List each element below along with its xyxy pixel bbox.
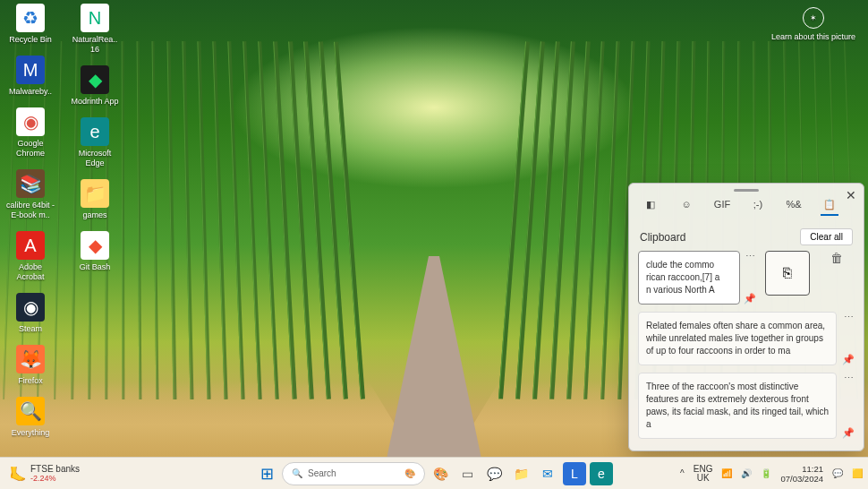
malwarebytes-icon: M bbox=[16, 56, 45, 84]
taskbar: 🦶 FTSE banks -2.24% ⊞🔍Search🎨🎨▭💬📁✉Le ^ E… bbox=[0, 457, 868, 489]
taskbar-chat[interactable]: 💬 bbox=[482, 462, 506, 485]
icon-label: calibre 64bit - E-book m.. bbox=[5, 201, 55, 220]
icon-label: Recycle Bin bbox=[9, 35, 52, 45]
icon-label: games bbox=[82, 210, 106, 220]
emoji-clipboard-panel[interactable]: ✕ ◧☺GIF;-)%&📋 Clipboard Clear all clude … bbox=[628, 183, 864, 451]
clock[interactable]: 11:21 07/03/2024 bbox=[780, 464, 823, 484]
clear-all-button[interactable]: Clear all bbox=[800, 228, 853, 245]
taskbar-app-l[interactable]: L bbox=[563, 462, 586, 485]
icon-label: Firefox bbox=[18, 376, 43, 386]
desktop-icon-recycle-bin[interactable]: ♻Recycle Bin bbox=[5, 4, 55, 45]
git-bash-icon: ◆ bbox=[81, 231, 109, 260]
pin-icon[interactable]: 📌 bbox=[842, 354, 855, 365]
language-switch[interactable]: ENG UK bbox=[694, 465, 713, 483]
widget-title: FTSE banks bbox=[30, 464, 80, 474]
desktop-icon-steam[interactable]: ◉Steam bbox=[5, 293, 55, 334]
more-icon[interactable]: ⋯ bbox=[844, 373, 854, 384]
icon-label: Adobe Acrobat bbox=[5, 262, 55, 282]
panel-title: Clipboard bbox=[640, 231, 685, 244]
icon-label: Google Chrome bbox=[5, 139, 55, 159]
pin-icon[interactable]: 📌 bbox=[744, 293, 756, 305]
clipboard-items: clude the commo rican raccoon,[7] a n va… bbox=[629, 251, 864, 439]
spotlight-hint[interactable]: ✶ Learn about this picture bbox=[771, 7, 855, 41]
desktop-icon-git-bash[interactable]: ◆Git Bash bbox=[70, 231, 120, 272]
clipboard-text: Related females often share a common are… bbox=[638, 312, 837, 365]
volume-icon[interactable]: 🔊 bbox=[741, 468, 752, 478]
desktop-icon-malwarebytes[interactable]: MMalwareby.. bbox=[5, 56, 55, 97]
battery-icon[interactable]: 🔋 bbox=[761, 468, 771, 478]
panel-tabs: ◧☺GIF;-)%&📋 bbox=[629, 192, 864, 223]
stock-icon: 🦶 bbox=[9, 466, 25, 482]
taskbar-mail[interactable]: ✉ bbox=[536, 462, 559, 485]
steam-icon: ◉ bbox=[16, 293, 45, 322]
desktop-icon-microsoft-edge[interactable]: eMicrosoft Edge bbox=[70, 117, 120, 168]
icon-label: NaturalRea.. 16 bbox=[70, 35, 120, 55]
taskbar-task-view[interactable]: ▭ bbox=[455, 462, 479, 485]
taskbar-center: ⊞🔍Search🎨🎨▭💬📁✉Le bbox=[255, 462, 613, 485]
tray-overflow-icon[interactable]: ^ bbox=[680, 468, 685, 478]
tab-kaomoji[interactable]: ;-) bbox=[749, 199, 767, 216]
pin-icon[interactable]: 📌 bbox=[842, 427, 855, 439]
news-widget[interactable]: 🦶 FTSE banks -2.24% bbox=[0, 464, 89, 483]
modrinth-icon: ◆ bbox=[81, 65, 109, 94]
spotlight-label: Learn about this picture bbox=[771, 32, 855, 41]
desktop-icon-calibre[interactable]: 📚calibre 64bit - E-book m.. bbox=[5, 169, 55, 220]
clipboard-item[interactable]: Three of the raccoon's most distinctive … bbox=[638, 373, 855, 439]
recycle-bin-icon: ♻ bbox=[16, 4, 45, 32]
copilot-badge[interactable]: 🟨 bbox=[852, 468, 863, 478]
tab-clipboard[interactable]: 📋 bbox=[821, 199, 838, 216]
microsoft-edge-icon: e bbox=[81, 117, 109, 146]
desktop-icon-firefox[interactable]: 🦊Firefox bbox=[5, 345, 55, 386]
google-chrome-icon: ◉ bbox=[16, 107, 45, 136]
tab-symbols[interactable]: %& bbox=[785, 199, 803, 216]
clipboard-item[interactable]: clude the commo rican raccoon,[7] a n va… bbox=[638, 251, 855, 305]
notifications-icon[interactable]: 💬 bbox=[832, 468, 843, 478]
desktop-icon-google-chrome[interactable]: ◉Google Chrome bbox=[5, 107, 55, 159]
desktop-icon-adobe-acrobat[interactable]: AAdobe Acrobat bbox=[5, 231, 55, 282]
wifi-icon[interactable]: 📶 bbox=[721, 468, 732, 478]
more-icon[interactable]: ⋯ bbox=[745, 251, 755, 262]
calibre-icon: 📚 bbox=[16, 169, 45, 198]
desktop-icon-everything[interactable]: 🔍Everything bbox=[5, 397, 55, 438]
icon-label: Git Bash bbox=[80, 262, 111, 272]
taskbar-widgets-color[interactable]: 🎨 bbox=[429, 462, 452, 485]
firefox-icon: 🦊 bbox=[16, 345, 45, 373]
icon-label: Steam bbox=[19, 324, 42, 334]
icon-label: Malwareby.. bbox=[9, 87, 52, 97]
desktop-icon-naturalreader[interactable]: NNaturalRea.. 16 bbox=[70, 4, 120, 55]
icon-label: Modrinth App bbox=[71, 97, 118, 107]
naturalreader-icon: N bbox=[81, 4, 109, 32]
icon-label: Microsoft Edge bbox=[70, 149, 120, 168]
delete-icon[interactable]: 🗑 bbox=[830, 251, 843, 265]
clipboard-text: clude the commo rican raccoon,[7] a n va… bbox=[638, 251, 740, 305]
search-input[interactable]: 🔍Search🎨 bbox=[282, 462, 425, 485]
adobe-acrobat-icon: A bbox=[16, 231, 45, 260]
widget-change: -2.24% bbox=[30, 474, 80, 483]
search-icon: 🔍 bbox=[292, 468, 302, 478]
search-highlights-icon: 🎨 bbox=[404, 468, 415, 478]
taskbar-edge[interactable]: e bbox=[590, 462, 613, 485]
close-icon[interactable]: ✕ bbox=[846, 188, 856, 202]
clipboard-text: Three of the raccoon's most distinctive … bbox=[638, 373, 837, 439]
desktop-icon-modrinth[interactable]: ◆Modrinth App bbox=[70, 65, 120, 107]
system-tray: ^ ENG UK 📶 🔊 🔋 11:21 07/03/2024 💬 🟨 bbox=[680, 464, 863, 484]
icon-label: Everything bbox=[12, 428, 50, 438]
tab-recent[interactable]: ◧ bbox=[642, 199, 660, 216]
games-folder-icon: 📁 bbox=[81, 179, 109, 208]
everything-icon: 🔍 bbox=[16, 397, 45, 425]
tab-emoji[interactable]: ☺ bbox=[677, 199, 695, 216]
taskbar-file-explorer[interactable]: 📁 bbox=[509, 462, 532, 485]
paste-as-text-button[interactable]: ⎘ bbox=[765, 251, 810, 296]
spotlight-icon: ✶ bbox=[803, 7, 824, 29]
start-button[interactable]: ⊞ bbox=[255, 462, 278, 485]
clipboard-item[interactable]: Related females often share a common are… bbox=[638, 312, 855, 365]
desktop-icon-games-folder[interactable]: 📁games bbox=[70, 179, 120, 220]
tab-gif[interactable]: GIF bbox=[713, 199, 731, 216]
more-icon[interactable]: ⋯ bbox=[844, 312, 854, 323]
